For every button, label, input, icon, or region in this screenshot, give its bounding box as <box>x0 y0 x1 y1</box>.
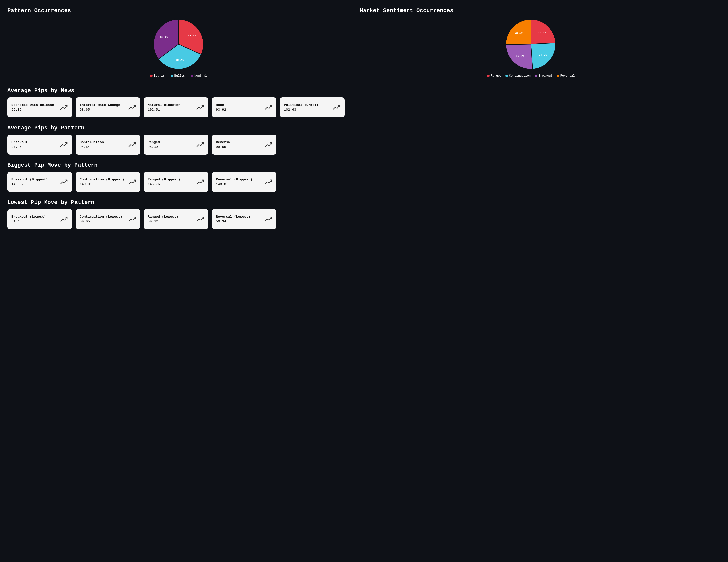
card-text: Continuation (Lowest) 50.05 <box>80 215 122 223</box>
card-value: 95.39 <box>148 145 160 149</box>
card-value: 102.63 <box>284 108 319 112</box>
pattern-chart-title: Pattern Occurrences <box>7 7 350 14</box>
biggest-pip-title: Biggest Pip Move by Pattern <box>7 162 721 169</box>
card-label: Interest Rate Change <box>80 103 120 107</box>
card-text: Reversal 99.55 <box>216 140 232 149</box>
card-value: 50.34 <box>216 220 250 223</box>
stat-card[interactable]: Breakout 97.86 <box>7 135 72 155</box>
card-label: Continuation (Biggest) <box>80 178 124 181</box>
stat-card[interactable]: None 93.92 <box>212 97 276 117</box>
legend-label: Breakout <box>538 74 553 78</box>
lowest-pip-title: Lowest Pip Move by Pattern <box>7 199 721 206</box>
card-label: Continuation <box>80 140 104 144</box>
legend-item: Reversal <box>557 74 575 78</box>
card-text: Ranged 95.39 <box>148 140 160 149</box>
trend-icon <box>60 178 68 186</box>
card-text: Continuation (Biggest) 149.09 <box>80 178 124 186</box>
stat-card[interactable]: Ranged (Lowest) 50.32 <box>144 209 208 229</box>
card-label: Reversal (Biggest) <box>216 178 252 181</box>
trend-icon <box>60 141 68 149</box>
stat-card[interactable]: Breakout (Lowest) 51.4 <box>7 209 72 229</box>
card-text: Ranged (Lowest) 50.32 <box>148 215 178 223</box>
stat-card[interactable]: Ranged (Biggest) 146.76 <box>144 172 208 192</box>
card-value: 50.32 <box>148 220 178 223</box>
stat-card[interactable]: Breakout (Biggest) 146.62 <box>7 172 72 192</box>
card-value: 99.55 <box>216 145 232 149</box>
legend-dot <box>191 75 193 77</box>
stat-card[interactable]: Continuation (Biggest) 149.09 <box>76 172 140 192</box>
card-label: Breakout <box>11 140 28 144</box>
legend-label: Bullish <box>174 74 187 78</box>
card-label: Ranged (Lowest) <box>148 215 178 219</box>
legend-dot <box>171 75 173 77</box>
biggest-pip-section: Biggest Pip Move by Pattern Breakout (Bi… <box>7 162 721 192</box>
card-value: 102.51 <box>148 108 180 112</box>
stat-card[interactable]: Natural Disaster 102.51 <box>144 97 208 117</box>
stat-card[interactable]: Continuation 94.64 <box>76 135 140 155</box>
card-label: Natural Disaster <box>148 103 180 107</box>
sentiment-chart-container: Market Sentiment Occurrences RangedConti… <box>360 7 702 78</box>
card-label: Breakout (Biggest) <box>11 178 48 181</box>
stat-card[interactable]: Reversal 99.55 <box>212 135 276 155</box>
stat-card[interactable]: Interest Rate Change 98.65 <box>76 97 140 117</box>
card-text: Political Turmoil 102.63 <box>284 103 319 112</box>
avg-pips-news-title: Average Pips by News <box>7 88 721 94</box>
trend-icon <box>60 215 68 223</box>
legend-label: Continuation <box>509 74 531 78</box>
lowest-pip-section: Lowest Pip Move by Pattern Breakout (Low… <box>7 199 721 229</box>
pattern-pie-wrapper: BearishBullishNeutral <box>7 17 350 78</box>
pattern-legend: BearishBullishNeutral <box>150 74 207 78</box>
avg-pips-news-cards: Economic Data Release 96.02 Interest Rat… <box>7 97 721 117</box>
trend-icon <box>265 215 273 223</box>
card-label: Breakout (Lowest) <box>11 215 46 219</box>
card-text: Interest Rate Change 98.65 <box>80 103 120 112</box>
card-text: Natural Disaster 102.51 <box>148 103 180 112</box>
sentiment-pie-chart <box>503 17 558 72</box>
stat-card[interactable]: Reversal (Lowest) 50.34 <box>212 209 276 229</box>
avg-pips-news-section: Average Pips by News Economic Data Relea… <box>7 88 721 117</box>
stat-card[interactable]: Ranged 95.39 <box>144 135 208 155</box>
trend-icon <box>128 215 136 223</box>
legend-item: Ranged <box>487 74 501 78</box>
card-label: Economic Data Release <box>11 103 54 107</box>
avg-pips-pattern-title: Average Pips by Pattern <box>7 125 721 131</box>
card-text: Continuation 94.64 <box>80 140 104 149</box>
card-text: Ranged (Biggest) 146.76 <box>148 178 180 186</box>
card-text: None 93.92 <box>216 103 226 112</box>
legend-item: Neutral <box>191 74 207 78</box>
trend-icon <box>196 215 204 223</box>
sentiment-pie-wrapper: RangedContinuationBreakoutReversal <box>360 17 702 78</box>
trend-icon <box>265 141 273 149</box>
legend-dot <box>505 75 508 77</box>
trend-icon <box>196 103 204 111</box>
legend-item: Bearish <box>150 74 166 78</box>
trend-icon <box>60 103 68 111</box>
card-text: Breakout (Biggest) 146.62 <box>11 178 48 186</box>
card-label: Reversal (Lowest) <box>216 215 250 219</box>
stat-card[interactable]: Continuation (Lowest) 50.05 <box>76 209 140 229</box>
stat-card[interactable]: Political Turmoil 102.63 <box>280 97 345 117</box>
legend-dot <box>557 75 559 77</box>
card-label: Continuation (Lowest) <box>80 215 122 219</box>
legend-label: Bearish <box>154 74 166 78</box>
card-value: 146.76 <box>148 182 180 186</box>
card-value: 50.05 <box>80 220 122 223</box>
legend-label: Ranged <box>491 74 501 78</box>
stat-card[interactable]: Economic Data Release 96.02 <box>7 97 72 117</box>
avg-pips-pattern-cards: Breakout 97.86 Continuation 94.64 Ranged… <box>7 135 721 155</box>
card-value: 149.09 <box>80 182 124 186</box>
avg-pips-pattern-section: Average Pips by Pattern Breakout 97.86 C… <box>7 125 721 155</box>
card-value: 98.65 <box>80 108 120 112</box>
trend-icon <box>128 141 136 149</box>
card-text: Reversal (Biggest) 148.8 <box>216 178 252 186</box>
trend-icon <box>265 178 273 186</box>
legend-item: Bullish <box>171 74 187 78</box>
card-value: 93.92 <box>216 108 226 112</box>
legend-label: Reversal <box>560 74 575 78</box>
biggest-pip-cards: Breakout (Biggest) 146.62 Continuation (… <box>7 172 721 192</box>
stat-card[interactable]: Reversal (Biggest) 148.8 <box>212 172 276 192</box>
card-text: Breakout 97.86 <box>11 140 28 149</box>
sentiment-chart-title: Market Sentiment Occurrences <box>360 7 702 14</box>
pattern-chart-container: Pattern Occurrences BearishBullishNeutra… <box>7 7 350 78</box>
legend-item: Breakout <box>535 74 553 78</box>
